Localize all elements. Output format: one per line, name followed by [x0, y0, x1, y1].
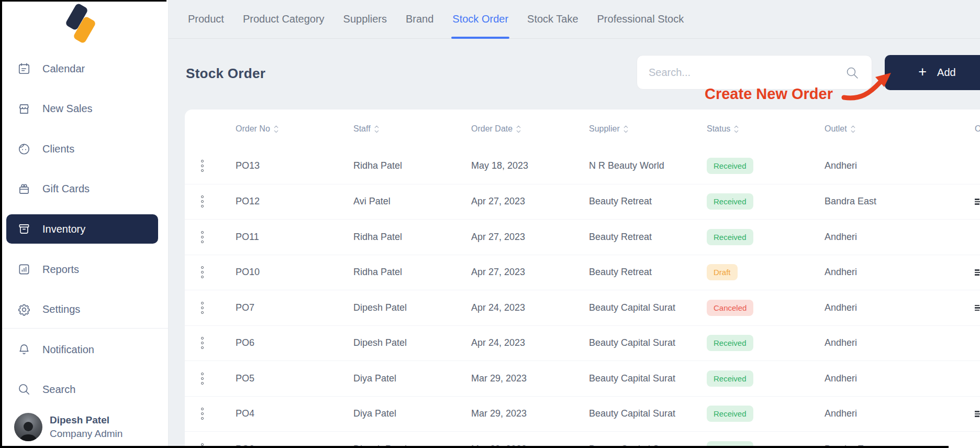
- gear-icon: [17, 303, 31, 316]
- clipped-content-mark: [975, 269, 980, 276]
- status-badge: Received: [707, 158, 753, 174]
- sidebar-item-search[interactable]: Search: [6, 375, 158, 404]
- cell-order-date: Apr 27, 2023: [455, 232, 573, 243]
- cell-outlet: Andheri: [809, 232, 927, 243]
- table-row-po4: PO4Diya PatelMar 29, 2023Beauty Capital …: [185, 396, 980, 432]
- cell-order-no: PO4: [220, 408, 338, 419]
- cell-outlet: Andheri: [809, 302, 927, 313]
- sidebar-divider: [0, 328, 169, 329]
- reports-icon: [17, 263, 31, 276]
- tab-bar: ProductProduct CategorySuppliersBrandSto…: [169, 0, 980, 39]
- table-row-po10: PO10Ridha PatelApr 27, 2023Beauty Retrea…: [185, 255, 980, 290]
- clipped-content-mark: [975, 199, 980, 205]
- sidebar-item-label: Settings: [42, 303, 80, 315]
- sort-icon: [734, 125, 739, 133]
- cell-staff: Dipesh Patel: [338, 337, 455, 348]
- tab-stock-take[interactable]: Stock Take: [527, 0, 578, 39]
- status-badge: Received: [707, 406, 753, 422]
- cell-order-date: Mar 29, 2023: [455, 373, 573, 384]
- row-menu-kebab-icon[interactable]: [185, 408, 220, 420]
- cell-order-date: Mar 29, 2023: [455, 408, 573, 419]
- cell-order-date: May 18, 2023: [455, 160, 573, 171]
- avatar: [14, 413, 42, 441]
- column-header-order-date[interactable]: Order Date: [455, 124, 573, 134]
- clipped-content-mark: [975, 411, 980, 417]
- cell-order-date: Apr 27, 2023: [455, 196, 573, 207]
- tab-product-category[interactable]: Product Category: [243, 0, 325, 39]
- row-menu-kebab-icon[interactable]: [185, 160, 220, 172]
- tab-suppliers[interactable]: Suppliers: [343, 0, 387, 39]
- row-menu-kebab-icon[interactable]: [185, 195, 220, 207]
- sidebar-item-label: Clients: [42, 143, 74, 155]
- cell-status: Received: [691, 229, 809, 245]
- column-header-outlet[interactable]: Outlet: [809, 124, 927, 134]
- cell-overflow: [927, 199, 980, 205]
- tab-product[interactable]: Product: [188, 0, 224, 39]
- tab-professional-stock[interactable]: Professional Stock: [597, 0, 684, 39]
- cell-outlet: Andheri: [809, 160, 927, 171]
- cell-status: Draft: [691, 264, 809, 280]
- table-row-po13: PO13Ridha PatelMay 18, 2023N R Beauty Wo…: [185, 148, 980, 184]
- edge-artifact-bottom: [0, 446, 949, 448]
- row-menu-kebab-icon[interactable]: [185, 337, 220, 349]
- column-header-order-no[interactable]: Order No: [220, 124, 338, 134]
- cell-supplier: Beauty Capital Surat: [573, 408, 691, 419]
- stock-order-table: Order NoStaffOrder DateSupplierStatusOut…: [185, 110, 980, 448]
- sidebar-item-gift-cards[interactable]: Gift Cards: [6, 174, 158, 204]
- table-header-row: Order NoStaffOrder DateSupplierStatusOut…: [185, 110, 980, 148]
- sidebar-item-settings[interactable]: Settings: [6, 295, 158, 324]
- cell-status: Canceled: [691, 300, 809, 316]
- row-menu-kebab-icon[interactable]: [185, 266, 220, 278]
- status-badge: Received: [707, 370, 753, 387]
- sidebar-item-label: Search: [42, 384, 75, 396]
- cell-staff: Diya Patel: [338, 373, 455, 384]
- row-menu-kebab-icon[interactable]: [185, 373, 220, 385]
- cell-status: Received: [691, 370, 809, 387]
- cell-outlet: Andheri: [809, 267, 927, 278]
- table-row-po12: PO12Avi PatelApr 27, 2023Beauty RetreatR…: [185, 184, 980, 220]
- cell-staff: Avi Patel: [338, 196, 455, 207]
- tab-brand[interactable]: Brand: [406, 0, 433, 39]
- sort-icon: [851, 125, 855, 133]
- sidebar-item-new-sales[interactable]: New Sales: [6, 94, 158, 124]
- sidebar-item-calendar[interactable]: Calendar: [6, 54, 158, 83]
- cell-order-no: PO12: [220, 196, 338, 207]
- user-profile[interactable]: Dipesh Patel Company Admin: [14, 413, 122, 441]
- app-logo: [62, 3, 99, 43]
- sidebar: CalendarNew SalesClientsGift CardsInvent…: [0, 0, 169, 448]
- sidebar-item-notification[interactable]: Notification: [6, 335, 158, 364]
- cell-order-no: PO10: [220, 267, 338, 278]
- cell-staff: Ridha Patel: [338, 160, 455, 171]
- sidebar-item-reports[interactable]: Reports: [6, 255, 158, 284]
- table-row-po7: PO7Dipesh PatelApr 24, 2023Beauty Capita…: [185, 290, 980, 325]
- cell-supplier: N R Beauty World: [573, 160, 691, 171]
- cell-order-date: Apr 27, 2023: [455, 267, 573, 278]
- sidebar-item-label: Notification: [42, 344, 94, 356]
- cell-status: Received: [691, 406, 809, 422]
- sort-icon: [274, 125, 279, 133]
- status-badge: Received: [707, 335, 753, 351]
- profile-role: Company Admin: [50, 427, 122, 441]
- cell-supplier: Beauty Retreat: [573, 196, 691, 207]
- column-header-supplier[interactable]: Supplier: [573, 124, 691, 134]
- row-menu-kebab-icon[interactable]: [185, 231, 220, 243]
- cell-outlet: Andheri: [809, 408, 927, 419]
- cell-staff: Diya Patel: [338, 408, 455, 419]
- sidebar-item-inventory[interactable]: Inventory: [6, 214, 158, 244]
- cell-supplier: Beauty Capital Surat: [573, 373, 691, 384]
- cell-order-no: PO13: [220, 160, 338, 171]
- cell-overflow: [927, 411, 980, 417]
- inventory-box-icon: [17, 222, 31, 236]
- cell-order-date: Apr 24, 2023: [455, 302, 573, 313]
- column-header-staff[interactable]: Staff: [338, 124, 455, 134]
- table-body: PO13Ridha PatelMay 18, 2023N R Beauty Wo…: [185, 148, 980, 448]
- cell-overflow: [927, 269, 980, 276]
- cell-order-no: PO11: [220, 232, 338, 243]
- tab-stock-order[interactable]: Stock Order: [452, 0, 508, 39]
- column-header-status[interactable]: Status: [691, 124, 809, 134]
- add-button[interactable]: + Add: [885, 55, 980, 90]
- sidebar-item-clients[interactable]: Clients: [6, 134, 158, 163]
- page-title: Stock Order: [186, 65, 265, 82]
- row-menu-kebab-icon[interactable]: [185, 302, 220, 314]
- sort-icon: [516, 125, 521, 133]
